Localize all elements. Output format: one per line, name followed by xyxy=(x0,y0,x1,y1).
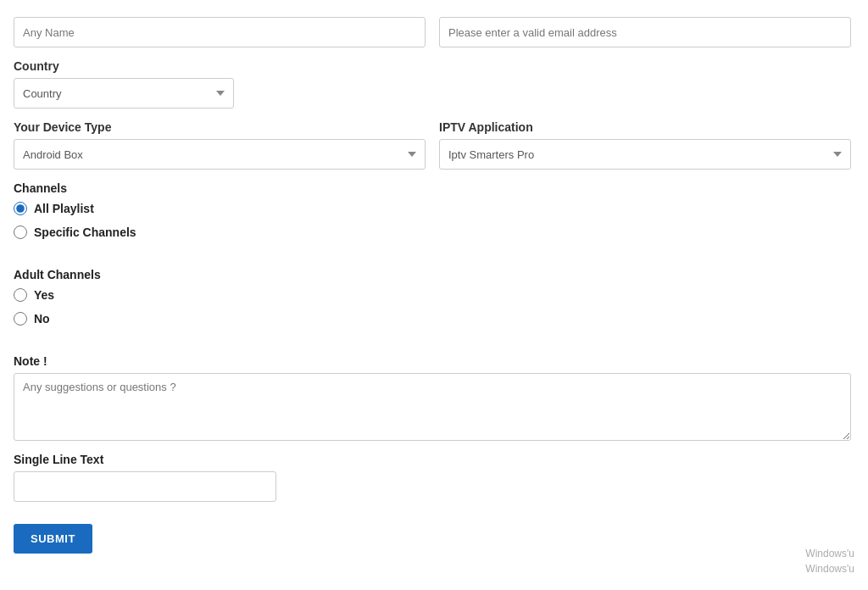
adult-no-item[interactable]: No xyxy=(14,312,851,326)
adult-yes-radio[interactable] xyxy=(14,288,27,302)
adult-yes-item[interactable]: Yes xyxy=(14,288,851,302)
email-input[interactable] xyxy=(439,17,851,47)
device-type-select[interactable]: Android Box Smart TV Firestick iPhone iP… xyxy=(14,139,426,170)
channel-specific-label: Specific Channels xyxy=(34,225,136,239)
single-line-input[interactable] xyxy=(14,471,276,502)
watermark: Windows'u Windows'u xyxy=(805,546,854,576)
channel-all-playlist-item[interactable]: All Playlist xyxy=(14,202,851,215)
channel-specific-item[interactable]: Specific Channels xyxy=(14,225,851,239)
country-label: Country xyxy=(14,59,851,73)
channel-all-playlist-label: All Playlist xyxy=(34,202,94,215)
name-input[interactable] xyxy=(14,17,426,47)
note-label: Note ! xyxy=(14,354,851,368)
channel-all-playlist-radio[interactable] xyxy=(14,202,27,215)
adult-no-radio[interactable] xyxy=(14,312,27,326)
channel-specific-radio[interactable] xyxy=(14,225,27,239)
country-select[interactable]: Country United States United Kingdom Can… xyxy=(14,78,234,109)
single-line-label: Single Line Text xyxy=(14,453,851,466)
adult-yes-label: Yes xyxy=(34,288,54,302)
channels-label: Channels xyxy=(14,181,851,195)
iptv-app-label: IPTV Application xyxy=(439,120,851,134)
adult-channels-radio-group: Yes No xyxy=(14,288,851,331)
submit-button[interactable]: SUBMIT xyxy=(14,524,92,554)
adult-no-label: No xyxy=(34,312,50,326)
device-type-label: Your Device Type xyxy=(14,120,426,134)
adult-channels-label: Adult Channels xyxy=(14,268,851,281)
channels-radio-group: All Playlist Specific Channels xyxy=(14,202,851,244)
iptv-app-select[interactable]: Iptv Smarters Pro TiviMate GSE Player VL… xyxy=(439,139,851,170)
note-textarea[interactable] xyxy=(14,373,851,441)
